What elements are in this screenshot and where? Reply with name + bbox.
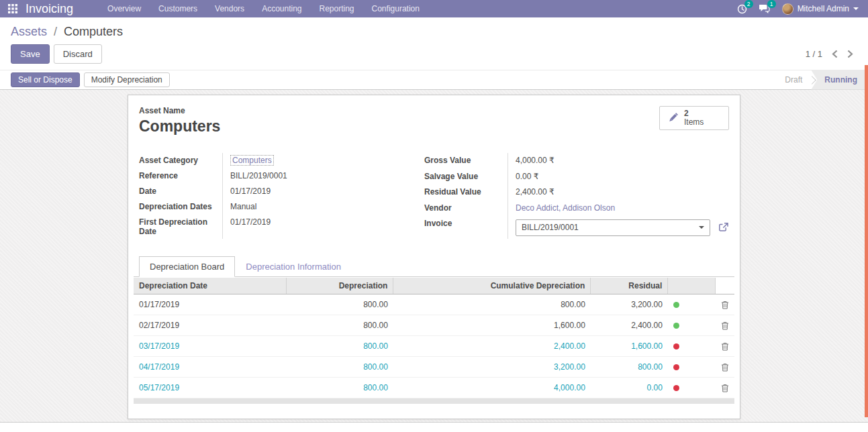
table-row[interactable]: 04/17/2019 800.00 3,200.00 800.00 [134,357,734,378]
status-draft[interactable]: Draft [775,70,812,90]
menu-reporting[interactable]: Reporting [312,1,362,16]
vendor-field[interactable]: Deco Addict, Addison Olson [516,203,615,213]
col-depreciation[interactable]: Depreciation [286,278,393,294]
table-row[interactable]: 05/17/2019 800.00 4,000.00 0.00 [134,378,734,398]
first-depreciation-date-field[interactable]: 01/17/2019 [222,215,393,239]
cell-cumulative-depreciation[interactable]: 4,000.00 [393,378,591,398]
menu-overview[interactable]: Overview [100,1,148,16]
depreciation-dates-field[interactable]: Manual [222,199,393,215]
posted-status-dot [673,385,679,391]
status-widget: Draft Running [775,70,868,90]
cell-cumulative-depreciation[interactable]: 1,600.00 [393,315,591,336]
col-cumulative-depreciation[interactable]: Cumulative Depreciation [393,278,591,294]
cell-depreciation[interactable]: 800.00 [286,378,393,398]
cell-residual[interactable]: 3,200.00 [591,294,668,315]
pager-next-icon[interactable] [847,50,853,58]
invoice-label: Invoice [424,216,508,239]
select-caret-icon [699,226,704,229]
reference-field[interactable]: BILL/2019/0001 [222,168,393,184]
breadcrumb-separator: / [54,25,57,38]
col-residual[interactable]: Residual [591,278,668,294]
left-field-group: Asset Category Computers Reference BILL/… [139,153,393,239]
message-count-badge: 1 [767,0,776,8]
asset-name-title[interactable]: Computers [139,117,220,136]
app-brand[interactable]: Invoicing [26,2,73,16]
table-row[interactable]: 02/17/2019 800.00 1,600.00 2,400.00 [134,315,734,336]
cell-depreciation[interactable]: 800.00 [286,294,393,315]
menu-configuration[interactable]: Configuration [365,1,427,16]
delete-row-button[interactable] [716,315,734,336]
cell-cumulative-depreciation[interactable]: 2,400.00 [393,336,591,357]
breadcrumb-assets-link[interactable]: Assets [11,25,47,38]
cell-depreciation-date[interactable]: 05/17/2019 [134,378,286,398]
field-groups: Asset Category Computers Reference BILL/… [139,153,729,239]
cell-depreciation[interactable]: 800.00 [286,336,393,357]
cell-depreciation-date[interactable]: 04/17/2019 [134,357,286,378]
date-field[interactable]: 01/17/2019 [222,184,393,199]
menu-accounting[interactable]: Accounting [254,1,309,16]
gross-value-label: Gross Value [424,153,508,169]
trash-icon [721,321,729,330]
salvage-value-field[interactable]: 0.00 ₹ [508,169,729,185]
control-panel: Assets / Computers Save Discard 1 / 1 [0,17,868,70]
posted-status-dot [673,343,679,349]
depreciation-table: Depreciation Date Depreciation Cumulativ… [134,278,734,398]
user-menu[interactable]: Mitchell Admin [782,3,859,15]
reference-label: Reference [139,168,222,184]
delete-row-button[interactable] [716,294,734,315]
tab-depreciation-board[interactable]: Depreciation Board [139,256,235,277]
apps-grid-icon[interactable] [8,4,17,13]
depreciation-table-body: 01/17/2019 800.00 800.00 3,200.00 02/17/… [134,294,734,398]
trash-icon [721,384,729,392]
breadcrumb-current: Computers [64,25,123,38]
tab-bar: Depreciation Board Depreciation Informat… [134,256,734,277]
side-marker-bar [865,65,868,417]
menu-vendors[interactable]: Vendors [207,1,252,16]
trash-icon [721,301,729,309]
cell-depreciation-date[interactable]: 01/17/2019 [134,294,286,315]
cell-depreciation-date[interactable]: 02/17/2019 [134,315,286,336]
cell-cumulative-depreciation[interactable]: 3,200.00 [393,357,591,378]
save-button[interactable]: Save [11,44,50,64]
pager-counter: 1 / 1 [806,49,822,59]
status-running[interactable]: Running [811,70,868,90]
items-stat-button[interactable]: 2 Items [659,106,729,130]
delete-row-button[interactable] [716,357,734,378]
delete-row-button[interactable] [716,378,734,398]
cell-cumulative-depreciation[interactable]: 800.00 [393,294,591,315]
sell-or-dispose-button[interactable]: Sell or Dispose [11,72,80,87]
vendor-label: Vendor [424,201,508,217]
breadcrumb: Assets / Computers [11,23,857,40]
pager-previous-icon[interactable] [832,50,838,58]
modify-depreciation-button[interactable]: Modify Depreciation [84,72,170,87]
chatter-area [0,422,868,432]
delete-row-button[interactable] [716,336,734,357]
cell-residual[interactable]: 1,600.00 [591,336,668,357]
top-navbar: Invoicing Overview Customers Vendors Acc… [0,0,868,17]
cell-residual[interactable]: 0.00 [591,378,668,398]
asset-name-label: Asset Name [139,106,220,115]
posted-status-dot [673,323,679,329]
pager: 1 / 1 [806,49,857,59]
invoice-selected-value: BILL/2019/0001 [522,223,579,232]
table-row[interactable]: 01/17/2019 800.00 800.00 3,200.00 [134,294,734,315]
menu-customers[interactable]: Customers [151,1,205,16]
col-depreciation-date[interactable]: Depreciation Date [134,278,286,294]
cell-residual[interactable]: 2,400.00 [591,315,668,336]
depreciation-dates-label: Depreciation Dates [139,199,222,215]
tab-depreciation-information[interactable]: Depreciation Information [235,256,352,277]
cell-depreciation-date[interactable]: 03/17/2019 [134,336,286,357]
residual-value-field[interactable]: 2,400.00 ₹ [508,184,729,201]
invoice-select[interactable]: BILL/2019/0001 [516,219,710,236]
cell-depreciation[interactable]: 800.00 [286,315,393,336]
trash-icon [721,342,729,351]
cell-depreciation[interactable]: 800.00 [286,357,393,378]
discard-button[interactable]: Discard [54,44,102,64]
table-row[interactable]: 03/17/2019 800.00 2,400.00 1,600.00 [134,336,734,357]
activities-button[interactable]: 2 [737,4,747,14]
cell-residual[interactable]: 800.00 [591,357,668,378]
messages-button[interactable]: 1 [759,4,770,13]
asset-category-field[interactable]: Computers [230,155,274,166]
gross-value-field[interactable]: 4,000.00 ₹ [508,153,729,169]
external-link-icon[interactable] [718,222,729,233]
